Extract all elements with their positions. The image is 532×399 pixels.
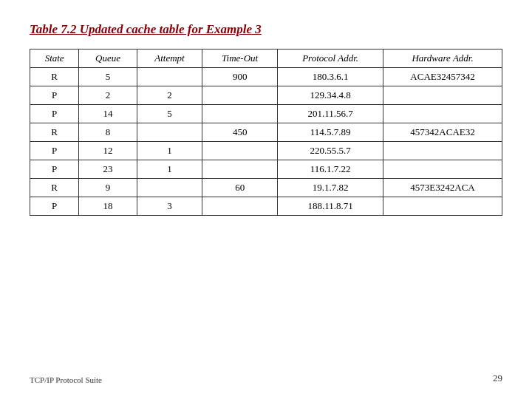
table-row: P121220.55.5.7 (30, 142, 502, 160)
table-cell: 129.34.4.8 (278, 86, 383, 105)
table-cell: 19.1.7.82 (278, 179, 383, 197)
table-cell: 2 (79, 86, 137, 105)
column-header: Hardware Addr. (383, 50, 502, 68)
table-cell: 188.11.8.71 (278, 197, 383, 216)
table-cell (202, 86, 278, 105)
table-cell: P (30, 142, 79, 160)
table-cell: 114.5.7.89 (278, 123, 383, 142)
table-cell (383, 197, 502, 216)
column-header: State (30, 50, 79, 68)
cache-table: StateQueueAttemptTime-OutProtocol Addr.H… (30, 49, 502, 216)
table-cell: 2 (137, 86, 202, 105)
table-cell: 14 (79, 105, 137, 123)
table-cell: 900 (202, 68, 278, 86)
table-cell (383, 160, 502, 179)
table-cell (137, 179, 202, 197)
table-cell: P (30, 86, 79, 105)
column-header: Time-Out (202, 50, 278, 68)
footer-right: 29 (493, 372, 502, 384)
table-row: R5900180.3.6.1ACAE32457342 (30, 68, 502, 86)
table-cell: 1 (137, 142, 202, 160)
table-cell (383, 142, 502, 160)
table-row: P231116.1.7.22 (30, 160, 502, 179)
table-cell: P (30, 105, 79, 123)
table-title: Table 7.2 Updated cache table for Exampl… (30, 22, 502, 37)
table-cell (202, 160, 278, 179)
table-cell: 3 (137, 197, 202, 216)
table-cell (383, 86, 502, 105)
table-cell: 180.3.6.1 (278, 68, 383, 86)
column-header: Attempt (137, 50, 202, 68)
table-cell: 5 (79, 68, 137, 86)
table-cell: P (30, 197, 79, 216)
table-cell: 5 (137, 105, 202, 123)
table-row: P183188.11.8.71 (30, 197, 502, 216)
table-cell: R (30, 123, 79, 142)
table-cell (202, 197, 278, 216)
footer: TCP/IP Protocol Suite 29 (30, 365, 502, 384)
table-cell: 18 (79, 197, 137, 216)
table-cell: 8 (79, 123, 137, 142)
table-cell: ACAE32457342 (383, 68, 502, 86)
table-cell: R (30, 68, 79, 86)
table-cell (383, 105, 502, 123)
table-cell: P (30, 160, 79, 179)
table-cell: 450 (202, 123, 278, 142)
table-cell: 9 (79, 179, 137, 197)
column-header: Protocol Addr. (278, 50, 383, 68)
table-row: P22129.34.4.8 (30, 86, 502, 105)
table-cell (137, 68, 202, 86)
table-cell: 4573E3242ACA (383, 179, 502, 197)
table-header-row: StateQueueAttemptTime-OutProtocol Addr.H… (30, 50, 502, 68)
table-cell (137, 123, 202, 142)
table-cell: 201.11.56.7 (278, 105, 383, 123)
table-cell (202, 142, 278, 160)
table-cell: R (30, 179, 79, 197)
footer-left: TCP/IP Protocol Suite (30, 375, 102, 384)
table-cell: 23 (79, 160, 137, 179)
table-cell (202, 105, 278, 123)
column-header: Queue (79, 50, 137, 68)
table-row: R96019.1.7.824573E3242ACA (30, 179, 502, 197)
table-row: R8450114.5.7.89457342ACAE32 (30, 123, 502, 142)
table-body: R5900180.3.6.1ACAE32457342P22129.34.4.8P… (30, 68, 502, 216)
table-wrapper: StateQueueAttemptTime-OutProtocol Addr.H… (30, 49, 502, 365)
table-cell: 12 (79, 142, 137, 160)
page: Table 7.2 Updated cache table for Exampl… (0, 0, 532, 399)
table-cell: 60 (202, 179, 278, 197)
table-row: P145201.11.56.7 (30, 105, 502, 123)
table-cell: 220.55.5.7 (278, 142, 383, 160)
table-cell: 116.1.7.22 (278, 160, 383, 179)
table-cell: 1 (137, 160, 202, 179)
table-cell: 457342ACAE32 (383, 123, 502, 142)
